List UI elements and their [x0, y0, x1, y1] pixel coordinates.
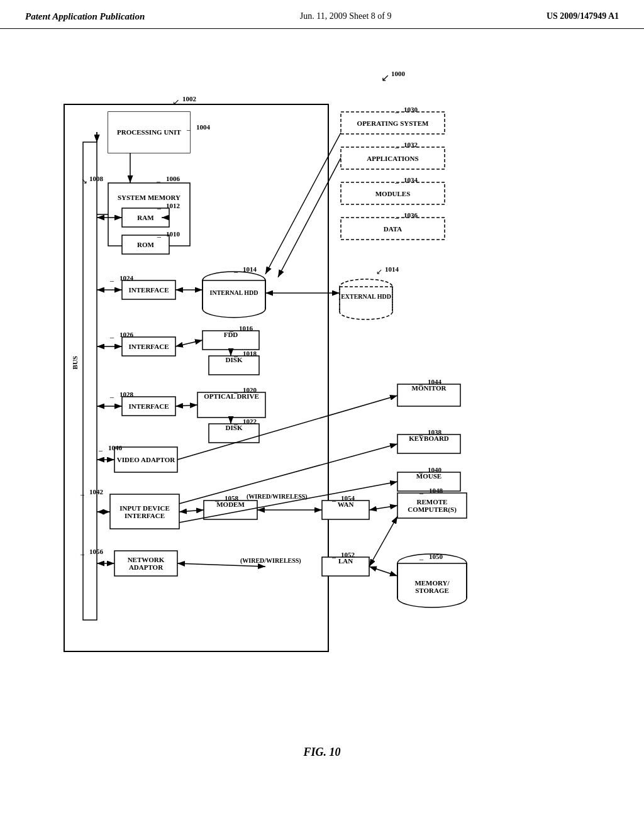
- svg-line-61: [175, 340, 203, 346]
- sheet-info: Jun. 11, 2009 Sheet 8 of 9: [300, 11, 392, 21]
- ref-1030: 1030: [404, 106, 418, 113]
- ref-1048: 1048: [429, 487, 443, 494]
- external-hdd-label: EXTERNAL HDD: [340, 293, 392, 300]
- memory-storage-label: MEMORY/ STORAGE: [397, 575, 467, 598]
- content-area: 1000 ↙ 1002 ↙ PROCESSING UNIT 1004 – 100…: [0, 29, 644, 772]
- ref-1058: 1058: [225, 494, 238, 502]
- svg-rect-4: [64, 104, 328, 651]
- svg-line-64: [179, 510, 204, 512]
- ref-1024: 1024: [119, 274, 133, 282]
- ref-1056: 1056: [89, 548, 103, 555]
- diagram: 1000 ↙ 1002 ↙ PROCESSING UNIT 1004 – 100…: [26, 42, 618, 733]
- ref-1016: 1016: [239, 324, 253, 332]
- arrow-1002: ↙: [172, 97, 180, 108]
- ref-1006: 1006: [166, 175, 180, 182]
- ref-1050: 1050: [429, 553, 443, 560]
- svg-point-24: [340, 304, 392, 319]
- ref-1028: 1028: [119, 390, 133, 398]
- modules-label: MODULES: [341, 182, 445, 204]
- page-header: Patent Application Publication Jun. 11, …: [0, 0, 644, 29]
- ref-1022: 1022: [243, 418, 257, 425]
- ref-1054: 1054: [341, 494, 355, 502]
- ref-1032: 1032: [404, 141, 418, 148]
- ref-1002: 1002: [182, 95, 196, 102]
- input-device-label: INPUT DEVICE INTERFACE: [110, 494, 179, 529]
- svg-line-76: [278, 158, 341, 277]
- svg-line-68: [369, 516, 397, 567]
- interface3-label: INTERFACE: [122, 397, 175, 416]
- video-adaptor-label: VIDEO ADAPTOR: [114, 447, 177, 472]
- ref-1004: 1004: [196, 123, 210, 131]
- bus-label: BUS: [71, 356, 79, 369]
- remote-computer-label: REMOTE COMPUTER(S): [397, 493, 467, 518]
- ref-1034: 1034: [404, 176, 418, 184]
- ref-1042: 1042: [89, 488, 103, 495]
- applications-label: APPLICATIONS: [341, 147, 445, 169]
- ref-1052: 1052: [341, 551, 355, 558]
- ref-1026: 1026: [119, 331, 133, 338]
- interface1-label: INTERFACE: [122, 280, 175, 299]
- figure-caption: FIG. 10: [25, 746, 619, 759]
- svg-line-69: [369, 567, 397, 576]
- patent-number: US 2009/147949 A1: [547, 11, 619, 21]
- svg-line-67: [369, 506, 397, 510]
- svg-line-62: [175, 405, 197, 406]
- ram-label: RAM: [122, 208, 169, 227]
- wired-wireless-1: (WIRED/WIRELESS): [247, 493, 308, 500]
- ref-1038: 1038: [428, 428, 441, 436]
- ref-1044: 1044: [428, 378, 441, 385]
- rom-label: ROM: [122, 235, 169, 254]
- arrow-1000: ↙: [381, 72, 389, 84]
- data-label: DATA: [341, 218, 445, 240]
- ref-1020: 1020: [243, 386, 257, 394]
- ref-1014b: 1014: [385, 265, 399, 273]
- network-adaptor-label: NETWORK ADAPTOR: [114, 551, 177, 576]
- ref-1036: 1036: [404, 211, 418, 219]
- processing-unit-box: PROCESSING UNIT: [108, 112, 190, 153]
- ref-1040: 1040: [428, 466, 441, 473]
- svg-point-22: [340, 279, 392, 294]
- ref-1046: 1046: [108, 444, 122, 451]
- svg-point-18: [203, 300, 265, 318]
- ref-1018: 1018: [243, 350, 257, 357]
- interface2-label: INTERFACE: [122, 337, 175, 356]
- os-label: OPERATING SYSTEM: [341, 112, 445, 134]
- svg-line-75: [265, 133, 341, 274]
- ref-1008: 1008: [89, 175, 103, 182]
- wired-wireless-2: (WIRED/WIRELESS): [240, 557, 301, 564]
- ref-1014a: 1014: [243, 265, 257, 273]
- ref-1000: 1000: [391, 70, 405, 77]
- publication-label: Patent Application Publication: [25, 11, 145, 22]
- ref-1010: 1010: [166, 230, 180, 238]
- internal-hdd-label: INTERNAL HDD: [203, 289, 265, 296]
- processing-unit-label: PROCESSING UNIT: [117, 128, 181, 136]
